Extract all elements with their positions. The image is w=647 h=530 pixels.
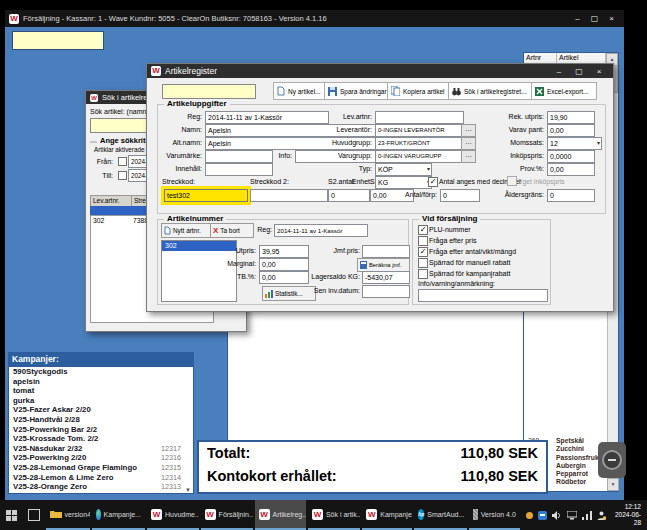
bar-chart-icon <box>265 290 273 298</box>
decimals-checkbox[interactable]: ✓ <box>428 177 438 187</box>
qty-per-pack-field[interactable]: 0 <box>440 189 480 202</box>
list-item[interactable]: 590Styckgodis <box>9 367 193 377</box>
tray-app-icon[interactable] <box>538 511 547 520</box>
list-item[interactable]: V25-Krossade Tom. 2/2 <box>9 434 193 444</box>
display-icon[interactable] <box>567 511 577 520</box>
clock[interactable]: 12:12 2024-06-28 <box>610 500 647 530</box>
floating-widget[interactable] <box>598 442 626 478</box>
block-manual-discount-checkbox[interactable] <box>418 258 428 268</box>
taskbar-item-label: SmartAud... <box>427 511 464 518</box>
main-titlebar[interactable]: W Försäljning - Kassanr: 1 - Wave Kundnr… <box>5 10 624 27</box>
windows-logo-icon <box>6 510 17 521</box>
block-campaign-discount-checkbox[interactable] <box>418 269 428 279</box>
content-field[interactable] <box>205 163 273 176</box>
calc-jmf-button[interactable]: Beräkna jmf. <box>357 258 410 272</box>
list-item[interactable]: tomat <box>9 386 193 396</box>
taskbar-item-forsaljning[interactable]: W Försäljnin... <box>201 500 253 530</box>
maingroup-field[interactable]: 23-FRUKT/GRÖNT <box>375 137 464 150</box>
excel-export-button[interactable]: Excel-export... <box>531 82 597 100</box>
artikel-cell: Rödbetor <box>556 478 586 486</box>
volume-icon[interactable] <box>552 511 562 520</box>
network-icon[interactable] <box>582 511 592 520</box>
copy-article-button[interactable]: Kopiera artikel <box>387 82 453 100</box>
barcode-field[interactable]: test302 <box>164 189 248 202</box>
taskbar-item-kampanjer[interactable]: W Kampanjer <box>362 500 412 530</box>
maximize-icon[interactable]: ▢ <box>586 14 603 23</box>
scroll-down-icon[interactable]: ▼ <box>607 478 619 491</box>
taskbar-item-sok-artikel[interactable]: W Sök i artik... <box>308 500 360 530</box>
unit-label: Enhet: <box>323 178 372 185</box>
age-limit-field[interactable]: 0 <box>547 189 595 202</box>
taskbar-item-huvudmeny[interactable]: W Huvudme... <box>147 500 199 530</box>
supplier-field[interactable]: 0-INGEN LEVERANTÖR <box>375 124 464 137</box>
list-item[interactable]: V25-Powerking Bar 2/2 <box>9 425 193 435</box>
type-select[interactable]: KÖP ▾ <box>375 163 432 176</box>
new-artnr-button[interactable]: Nytt artnr. <box>161 223 213 238</box>
taskbar-item-kampanje-edge[interactable]: Kampanje... <box>92 500 145 530</box>
commission-field[interactable]: 0,00 <box>547 163 595 176</box>
artnr-reg-field[interactable]: 2014-11-11 av 1-Kassör <box>274 224 368 237</box>
goodsgroup-browse-button[interactable]: … <box>461 150 476 163</box>
vat-select[interactable]: 12 ▾ <box>547 137 602 150</box>
jmfpris-field[interactable] <box>362 245 410 258</box>
barcode2-field[interactable] <box>250 189 328 202</box>
block-campaign-discount-label: Spärrad för kampanjrabatt <box>429 270 510 277</box>
goodsgroup-field[interactable]: 0-INGEN VARUGRUPP <box>375 150 464 163</box>
search-register-button[interactable]: Sök i artikelregistret... <box>448 82 536 100</box>
list-item[interactable]: V25-Näsdukar 2/3212317 <box>9 444 193 454</box>
list-item[interactable]: V25-Powerking 2/2012316 <box>9 453 193 463</box>
barcode-label: Streckkod: <box>162 178 195 185</box>
quick-search-input[interactable] <box>162 84 256 99</box>
tb-pct-field[interactable]: 0,00 <box>259 271 309 284</box>
plu-checkbox[interactable]: ✓ <box>418 225 428 235</box>
till-checkbox[interactable] <box>118 171 127 180</box>
list-item[interactable]: V25-28-Lemon & Lime Zero12314 <box>9 473 193 483</box>
close-icon[interactable]: × <box>603 14 620 23</box>
last-inventory-field[interactable] <box>362 285 410 298</box>
purchase-price-field[interactable]: 0,0000 <box>547 150 595 163</box>
brand-field[interactable] <box>205 150 273 163</box>
scroll-down-icon[interactable]: ▼ <box>185 487 191 493</box>
supplier-browse-button[interactable]: … <box>461 124 476 137</box>
barcode2-label: Streckkod 2: <box>250 178 289 185</box>
list-item[interactable]: V25-28-Orange Zero12313 <box>9 482 193 492</box>
task-view-button[interactable] <box>23 500 46 530</box>
taskbar-item-artikelregister[interactable]: W Artikelreg... <box>255 500 306 530</box>
rec-price-field[interactable]: 19,90 <box>547 111 595 124</box>
delete-artnr-button[interactable]: X Ta bort <box>210 223 254 238</box>
binoculars-icon <box>452 87 461 96</box>
taskbar-item-version4[interactable]: version4 <box>46 500 90 530</box>
utpris-field[interactable]: 39,95 <box>259 245 309 258</box>
margin-field[interactable]: 0,00 <box>259 258 309 271</box>
taskbar-item-version40[interactable]: Version 4.0 <box>469 500 520 530</box>
s2antal-field[interactable]: 0 <box>328 189 370 202</box>
user-icon[interactable] <box>597 511 606 520</box>
list-item[interactable]: apelsin <box>9 377 193 387</box>
new-article-button[interactable]: Ny artikel... <box>273 82 329 100</box>
own-purchase-price-checkbox[interactable] <box>507 176 517 186</box>
register-dialog-titlebar[interactable]: W Artikelregister – ▢ × <box>147 64 613 78</box>
scan-input[interactable] <box>12 31 104 50</box>
maximize-icon[interactable]: ▢ <box>569 67 589 76</box>
tray-status-icon[interactable] <box>526 512 533 519</box>
from-checkbox[interactable] <box>118 157 127 166</box>
taskbar-item-smartaudio[interactable]: hp SmartAud... <box>414 500 467 530</box>
close-icon[interactable]: × <box>589 67 609 76</box>
list-item[interactable]: V25-Handtvål 2/28 <box>9 415 193 425</box>
save-changes-button[interactable]: Spara ändringar <box>324 82 392 100</box>
minimize-icon[interactable]: – <box>549 67 569 76</box>
ask-qty-checkbox[interactable]: ✓ <box>418 247 428 257</box>
minimize-icon[interactable]: – <box>569 14 586 23</box>
stock-field[interactable]: -5430,07 <box>362 271 410 284</box>
warning-info-field[interactable] <box>418 289 548 302</box>
unit-select[interactable]: KG ▾ <box>375 176 432 189</box>
own-purchase-price-label: Eget inköpspris <box>518 178 564 185</box>
supplier-artnr-field[interactable] <box>375 111 464 124</box>
list-item[interactable]: V25-Fazer Askar 2/20 <box>9 405 193 415</box>
maingroup-browse-button[interactable]: … <box>461 137 476 150</box>
deposit-field[interactable]: 0,00 <box>547 124 595 137</box>
list-item[interactable]: gurka <box>9 396 193 406</box>
ask-price-checkbox[interactable] <box>418 236 428 246</box>
list-item[interactable]: V25-28-Lemonad Grape Flamingo12315 <box>9 463 193 473</box>
start-button[interactable] <box>0 500 23 530</box>
